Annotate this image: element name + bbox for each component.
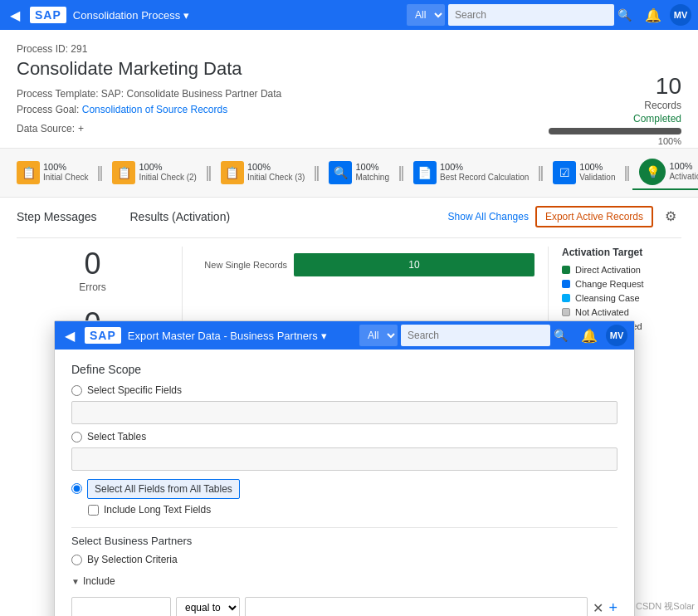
include-label: Include <box>83 575 115 587</box>
legend-label-cleansing: Cleansing Case <box>575 293 640 303</box>
settings-button[interactable]: ⚙ <box>660 207 681 226</box>
step-initial-check-3[interactable]: 📋 100% Initial Check (3) <box>214 158 311 188</box>
legend-change-request: Change Request <box>562 279 681 289</box>
include-filter-operator[interactable]: equal to <box>176 597 240 616</box>
step-text-best-record: 100% Best Record Calculation <box>440 162 529 183</box>
include-accordion[interactable]: ▼ Include <box>71 570 617 592</box>
records-section: 10 Records Completed 100% <box>549 73 681 146</box>
bar-label: New Single Records <box>196 260 287 270</box>
radio-all-fields-input[interactable] <box>71 483 82 494</box>
radio-specific-fields-input[interactable] <box>71 385 82 396</box>
radio-select-tables-input[interactable] <box>71 432 82 442</box>
step-sep-4: ‖ <box>396 164 407 182</box>
goal-link[interactable]: Consolidation of Source Records <box>82 104 227 115</box>
radio-all-fields-label: Select All Fields from All Tables <box>87 479 240 499</box>
modal-search-area: All 🔍 <box>359 325 568 346</box>
select-bp-title: Select Business Partners <box>71 527 617 547</box>
records-count: 10 <box>549 73 681 100</box>
template-value: SAP: Consolidate Business Partner Data <box>101 88 281 100</box>
step-sep-2: ‖ <box>203 164 214 182</box>
checkbox-long-text-input[interactable] <box>88 505 99 516</box>
user-avatar[interactable]: MV <box>670 4 691 26</box>
legend-label-not-activated: Not Activated <box>575 307 629 317</box>
radio-by-selection-input[interactable] <box>71 555 82 565</box>
step-icon-matching: 🔍 <box>329 161 352 184</box>
main-content-area: Process ID: 291 Consolidate Marketing Da… <box>0 30 698 616</box>
add-datasource-icon[interactable]: + <box>78 121 84 137</box>
include-filter-add-button[interactable]: + <box>608 599 617 617</box>
export-modal: ◀ SAP Export Master Data - Business Part… <box>54 320 635 616</box>
step-initial-check[interactable]: 📋 100% Initial Check <box>10 158 95 188</box>
radio-select-tables-label: Select Tables <box>87 431 146 442</box>
show-all-changes-button[interactable]: Show All Changes <box>448 211 529 222</box>
errors-stat: 0 Errors <box>17 247 168 293</box>
step-initial-check-2[interactable]: 📋 100% Initial Check (2) <box>105 158 203 188</box>
step-activation[interactable]: 💡 100% Activation <box>632 155 698 190</box>
legend-not-activated: Not Activated <box>562 307 681 317</box>
include-arrow-icon: ▼ <box>71 577 80 586</box>
export-active-records-button[interactable]: Export Active Records <box>535 206 653 227</box>
include-filter-input-left[interactable] <box>71 597 171 616</box>
step-text-validation: 100% Validation <box>579 162 615 183</box>
legend-dot-direct <box>562 266 570 274</box>
radio-all-fields[interactable]: Select All Fields from All Tables <box>71 477 617 499</box>
step-text-initial-check-3: 100% Initial Check (3) <box>247 162 305 183</box>
records-status: Completed <box>549 113 681 125</box>
step-sep-6: ‖ <box>622 164 632 182</box>
search-scope-select[interactable]: All <box>407 4 445 26</box>
goal-label: Process Goal: <box>17 104 79 115</box>
datasource-label: Data Source: <box>17 121 75 137</box>
modal-search-input[interactable] <box>401 325 550 346</box>
modal-search-icon[interactable]: 🔍 <box>554 329 568 342</box>
radio-specific-fields-label: Select Specific Fields <box>87 384 182 396</box>
step-matching[interactable]: 🔍 100% Matching <box>322 158 396 188</box>
nav-search-input[interactable] <box>448 4 614 26</box>
watermark: CSDN 视Solar <box>636 600 695 613</box>
include-filter-remove-button[interactable]: ✕ <box>593 600 603 616</box>
legend-dot-change <box>562 280 570 288</box>
records-label: Records <box>549 100 681 111</box>
radio-by-selection[interactable]: By Selection Criteria <box>71 554 617 565</box>
errors-count: 0 <box>17 247 168 281</box>
sap-logo: SAP <box>30 7 66 23</box>
nav-search-area: All 🔍 <box>407 4 632 26</box>
bar-chart: New Single Records 10 <box>196 253 534 276</box>
checkbox-long-text[interactable]: Include Long Text Fields <box>88 504 617 516</box>
legend-cleansing-case: Cleansing Case <box>562 293 681 303</box>
step-icon-best-record: 📄 <box>413 161 437 184</box>
nav-title-arrow[interactable]: ▾ <box>183 9 189 22</box>
step-best-record[interactable]: 📄 100% Best Record Calculation <box>407 158 535 188</box>
step-icon-activation: 💡 <box>639 159 666 185</box>
modal-sap-logo: SAP <box>85 327 121 344</box>
legend-label-direct: Direct Activation <box>575 265 641 275</box>
modal-avatar[interactable]: MV <box>606 325 627 346</box>
step-icon-validation: ☑ <box>553 161 576 184</box>
radio-specific-fields[interactable]: Select Specific Fields <box>71 384 617 396</box>
step-validation[interactable]: ☑ 100% Validation <box>546 158 622 188</box>
modal-topbar: ◀ SAP Export Master Data - Business Part… <box>55 321 634 350</box>
top-navigation: ◀ SAP Consolidation Process ▾ All 🔍 🔔 MV <box>0 0 698 30</box>
modal-bell-icon[interactable]: 🔔 <box>581 328 598 344</box>
step-text-initial-check: 100% Initial Check <box>43 162 88 183</box>
include-filter-row: equal to ✕ + <box>71 597 617 616</box>
search-icon[interactable]: 🔍 <box>617 8 632 22</box>
step-text-initial-check-2: 100% Initial Check (2) <box>139 162 196 183</box>
step-icon-initial-check-3: 📋 <box>221 161 244 184</box>
progress-bar-fill <box>549 128 681 134</box>
modal-search-scope-select[interactable]: All <box>359 325 398 346</box>
results-top-bar: Step Messages Results (Activation) Show … <box>17 206 681 227</box>
radio-select-tables[interactable]: Select Tables <box>71 431 617 442</box>
modal-back-button[interactable]: ◀ <box>61 328 78 344</box>
include-filter-input-right[interactable] <box>245 597 588 616</box>
process-id-label: Process ID: 291 <box>17 43 681 55</box>
modal-body: Define Scope Select Specific Fields Sele… <box>55 350 634 616</box>
progress-label: 100% <box>549 136 681 146</box>
modal-title-text: Export Master Data - Business Partners <box>128 330 318 342</box>
notification-bell-icon[interactable]: 🔔 <box>645 7 661 23</box>
step-icon-initial-check: 📋 <box>17 161 40 184</box>
nav-back-button[interactable]: ◀ <box>7 7 23 23</box>
radio-by-selection-label: By Selection Criteria <box>87 554 178 565</box>
legend-label-change: Change Request <box>575 279 644 289</box>
modal-title-arrow[interactable]: ▾ <box>321 330 327 342</box>
nav-title-area: Consolidation Process ▾ <box>73 9 189 22</box>
